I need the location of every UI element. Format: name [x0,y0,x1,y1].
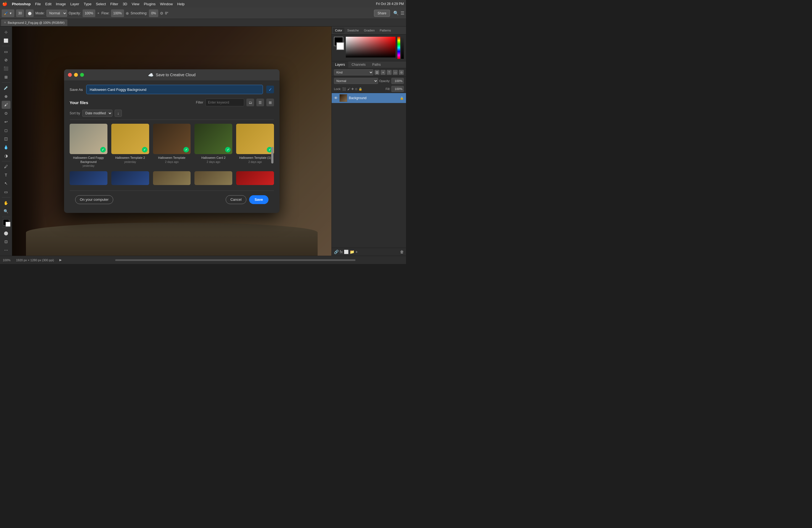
gradient-tool[interactable]: ◫ [2,135,11,143]
opacity-bar[interactable] [401,37,404,59]
swatches-tab[interactable]: Swatche [345,28,361,33]
brush-hardness[interactable]: ⬤ [26,10,34,17]
blend-mode-select[interactable]: Normal Multiply Screen [334,78,378,84]
patterns-tab[interactable]: Patterns [378,28,393,33]
shape-tool[interactable]: ▭ [2,188,11,196]
eraser-tool[interactable]: ◻ [2,126,11,134]
file-item[interactable]: ✓ Halloween Template (1) 2 days ago [236,124,274,167]
sort-direction-button[interactable]: ↓ [115,109,122,117]
channels-tab[interactable]: Channels [348,61,369,68]
move-tool[interactable]: ⊹ [2,28,11,36]
save-button[interactable]: Save [249,195,269,204]
filter-icon-button[interactable]: 🗂 [246,99,254,106]
quick-mask[interactable]: ⬤ [2,229,11,237]
lock-artboard-icon[interactable]: ⊙ [355,87,358,91]
color-tab[interactable]: Color [333,28,344,33]
3d-menu[interactable]: 3D [122,2,127,6]
flow-value[interactable]: 100% [111,10,124,17]
apple-menu[interactable]: 🍎 [2,1,8,6]
layer-kind-select[interactable]: Kind [334,69,373,75]
active-tab[interactable]: ✕ Background 2_Fog.jpg @ 100% (RGB/8#) [1,19,68,26]
on-your-computer-button[interactable]: On your computer [75,195,113,204]
angle-value[interactable]: 0° [165,11,168,15]
sort-select[interactable]: Date modified Name Size [82,109,112,117]
lock-transparent-icon[interactable]: ⬛ [342,87,346,91]
file-item[interactable] [111,171,149,187]
settings-icon[interactable]: ⚙ [160,11,163,15]
filter-input[interactable] [205,99,244,106]
gradient-tab[interactable]: Gradien [362,28,377,33]
file-item[interactable]: ✓ Halloween Template 2 yesterday [111,124,149,167]
dodge-tool[interactable]: ◑ [2,151,11,160]
pixel-filter-icon[interactable]: 🖼 [375,70,379,75]
app-name-menu[interactable]: Photoshop [12,2,31,6]
smoothing-value[interactable]: 0% [149,10,158,17]
opacity-input[interactable] [391,78,404,84]
add-mask-icon[interactable]: ⬜ [344,250,349,254]
file-item[interactable] [70,171,107,187]
shape-filter-icon[interactable]: ▭ [393,70,398,75]
fill-input[interactable] [391,86,404,92]
file-menu[interactable]: File [35,2,41,6]
pen-tool[interactable]: 🖊 [2,163,11,171]
color-gradient[interactable] [346,37,395,57]
tool-options-icon[interactable]: 🖌️ ▼ [2,10,14,17]
link-layers-icon[interactable]: 🔗 [334,250,338,254]
spot-heal-tool[interactable]: ⊕ [2,92,11,100]
dialog-maximize-button[interactable] [80,73,84,77]
file-item[interactable] [153,171,191,187]
horizontal-scrollbar[interactable] [115,259,356,261]
extra-tools[interactable]: ⋯ [2,246,11,254]
image-menu[interactable]: Image [56,2,66,6]
new-layer-icon[interactable]: + [356,250,358,254]
list-view-button[interactable]: ☰ [256,99,264,106]
path-selection[interactable]: ↖ [2,179,11,188]
status-expand-icon[interactable]: ▶ [59,258,62,262]
type-filter-icon[interactable]: T [387,70,392,75]
edit-menu[interactable]: Edit [45,2,52,6]
background-layer[interactable]: 👁 Background 🔒 [332,93,406,103]
layer-visibility-icon[interactable]: 👁 [334,96,338,100]
add-style-icon[interactable]: fx [340,250,343,254]
lock-position-icon[interactable]: ✚ [351,87,354,91]
file-item[interactable] [236,171,274,187]
dialog-scrollbar[interactable] [271,147,273,163]
file-item[interactable]: ✓ Halloween Template 2 days ago [153,124,191,167]
smart-filter-icon[interactable]: ⚙ [399,70,404,75]
paths-tab[interactable]: Paths [369,61,384,68]
save-as-input[interactable] [86,85,263,94]
hand-tool[interactable]: ✋ [2,199,11,207]
file-item[interactable]: ✓ Halloween Card Foggy Background yester… [70,124,107,167]
adjustment-filter-icon[interactable]: ✦ [381,70,386,75]
delete-layer-icon[interactable]: 🗑 [400,250,404,254]
type-tool[interactable]: T [2,171,11,179]
cancel-button[interactable]: Cancel [226,195,246,204]
options-icon[interactable]: ☰ [401,11,404,16]
color-switcher[interactable] [2,218,11,226]
grid-view-button[interactable]: ⊞ [266,99,274,106]
opacity-value[interactable]: 100% [83,10,96,17]
history-brush[interactable]: ↩ [2,118,11,126]
view-menu[interactable]: View [132,2,140,6]
mode-select[interactable]: Normal Multiply Screen [46,10,67,17]
blur-tool[interactable]: 💧 [2,143,11,151]
tab-close-icon[interactable]: ✕ [4,21,6,24]
select-menu[interactable]: Select [96,2,106,6]
layer-menu[interactable]: Layer [70,2,79,6]
share-button[interactable]: Share [374,10,390,17]
lasso-tool[interactable]: ⊘ [2,56,11,64]
file-item[interactable]: ✓ Halloween Card 2 2 days ago [194,124,232,167]
search-icon[interactable]: 🔍 [393,11,399,16]
help-menu[interactable]: Help [177,2,185,6]
window-menu[interactable]: Window [160,2,173,6]
screen-mode[interactable]: ⊡ [2,238,11,246]
layers-tab[interactable]: Layers [332,61,348,68]
lock-all-icon[interactable]: 🔒 [359,87,362,91]
hue-bar[interactable] [397,37,400,59]
background-color[interactable] [336,42,344,50]
zoom-tool[interactable]: 🔍 [2,207,11,216]
crop-tool[interactable]: ⊞ [2,73,11,81]
dialog-close-button[interactable] [68,73,72,77]
lock-pixels-icon[interactable]: 🖌 [347,87,350,91]
plugins-menu[interactable]: Plugins [144,2,156,6]
